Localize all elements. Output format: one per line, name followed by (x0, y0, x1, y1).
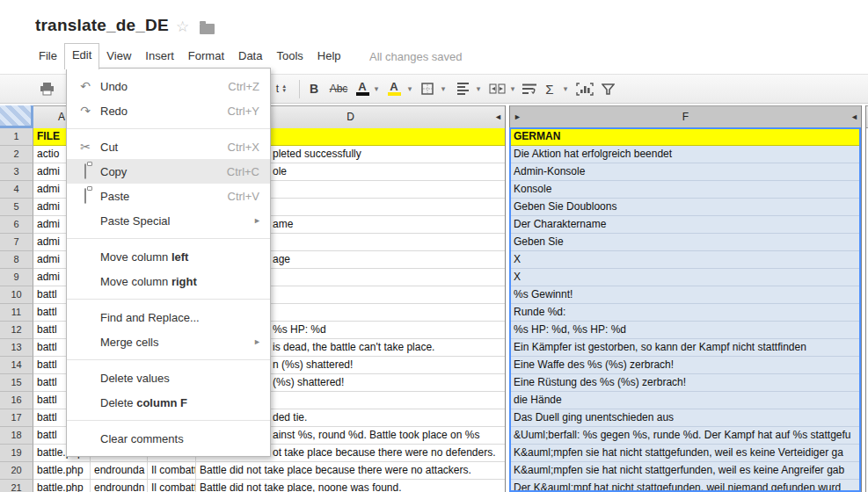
strikethrough-button[interactable]: Abc (325, 75, 352, 103)
row-header-18[interactable]: 18 (0, 427, 33, 445)
borders-dropdown[interactable]: ▾ (438, 75, 449, 103)
row-header-10[interactable]: 10 (0, 286, 33, 304)
cell-f20[interactable]: K&auml;mpfen sie hat nicht stattgerfunde… (510, 462, 862, 480)
cell-f16[interactable]: die Hände (510, 392, 862, 409)
row-header-1[interactable]: 1 (0, 128, 33, 146)
row-header-2[interactable]: 2 (0, 146, 33, 163)
menu-item-copy[interactable]: CopyCtrl+C (67, 159, 270, 184)
row-header-14[interactable]: 14 (0, 357, 33, 374)
hidden-column-left-arrow-icon[interactable]: ◄ (850, 112, 858, 121)
menubar-item-view[interactable]: View (99, 45, 138, 68)
print-button[interactable] (36, 75, 57, 103)
menu-item-delete-column-f[interactable]: Delete column F (67, 390, 270, 415)
menu-item-delete-values[interactable]: Delete values (67, 365, 270, 390)
row-header-20[interactable]: 20 (0, 462, 33, 480)
star-icon[interactable]: ☆ (176, 18, 189, 36)
fill-color-dropdown[interactable]: ▾ (405, 75, 415, 103)
menubar-item-edit[interactable]: Edit (64, 43, 99, 69)
cell-f5[interactable]: Geben Sie Doubloons (510, 199, 862, 216)
row-header-13[interactable]: 13 (0, 339, 33, 357)
menubar-item-insert[interactable]: Insert (138, 45, 181, 68)
cell-d21[interactable]: Battle did not take place, noone was fou… (196, 480, 506, 492)
filter-button[interactable] (598, 75, 617, 103)
cell-c21[interactable]: Il combatti (148, 480, 196, 492)
text-wrap-button[interactable] (519, 75, 540, 103)
align-dropdown[interactable]: ▾ (473, 75, 484, 103)
cell-a21[interactable]: battle.php (33, 480, 91, 492)
bold-button[interactable]: B (304, 75, 324, 103)
align-button[interactable] (454, 75, 471, 103)
cell-f10[interactable]: %s Gewinnt! (510, 286, 862, 304)
row-header-16[interactable]: 16 (0, 392, 33, 409)
borders-button[interactable] (419, 75, 436, 103)
row-header-5[interactable]: 5 (0, 199, 33, 216)
text-color-button[interactable]: A (354, 75, 371, 103)
row-header-6[interactable]: 6 (0, 216, 33, 234)
menu-item-move-column-right[interactable]: Move column right (67, 269, 270, 293)
cell-f14[interactable]: Eine Waffe des %s (%s) zerbrach! (510, 357, 862, 374)
document-title[interactable]: translate_de_DE (35, 16, 169, 35)
menubar-item-format[interactable]: Format (181, 45, 231, 68)
folder-icon[interactable] (200, 24, 215, 34)
functions-button[interactable]: Σ (542, 75, 558, 103)
menu-item-merge-cells[interactable]: Merge cells► (67, 329, 270, 354)
functions-dropdown[interactable]: ▾ (560, 75, 571, 103)
row-header-21[interactable]: 21 (0, 480, 33, 492)
row-header-15[interactable]: 15 (0, 374, 33, 392)
cell-a20[interactable]: battle.php (33, 462, 91, 480)
cell-f13[interactable]: Ein Kämpfer ist gestorben, so kann der K… (510, 339, 862, 357)
row-header-17[interactable]: 17 (0, 409, 33, 427)
menu-item-redo[interactable]: ↷RedoCtrl+Y (67, 98, 270, 123)
row-header-12[interactable]: 12 (0, 322, 33, 339)
hidden-column-right-arrow-icon[interactable]: ► (514, 112, 522, 121)
insert-chart-button[interactable] (573, 75, 596, 103)
select-all-corner[interactable] (0, 105, 33, 128)
merge-cells-button[interactable] (486, 75, 507, 103)
menubar-item-file[interactable]: File (32, 45, 64, 68)
cell-d20[interactable]: Battle did not take place because there … (196, 462, 506, 480)
column-header-f[interactable]: F (510, 106, 862, 128)
fill-color-button[interactable]: A (385, 75, 403, 103)
row-header-3[interactable]: 3 (0, 163, 33, 181)
menu-item-paste[interactable]: PasteCtrl+V (67, 184, 270, 208)
cell-f11[interactable]: Runde %d: (510, 304, 862, 322)
cell-f9[interactable]: X (510, 269, 862, 286)
cell-f7[interactable]: Geben Sie (510, 234, 862, 251)
text-color-dropdown[interactable]: ▾ (371, 75, 382, 103)
row-header-4[interactable]: 4 (0, 181, 33, 199)
cell-f3[interactable]: Admin-Konsole (510, 163, 862, 181)
menubar-item-data[interactable]: Data (231, 45, 269, 68)
cell-f15[interactable]: Eine Rüstung des %s (%s) zerbrach! (510, 374, 862, 392)
cell-f1[interactable]: GERMAN (510, 128, 862, 146)
menubar-item-tools[interactable]: Tools (269, 45, 310, 68)
cell-f21[interactable]: Der K&auml;mpf hat nicht stattgefunden, … (510, 480, 862, 492)
menu-item-clear-comments[interactable]: Clear comments (67, 426, 270, 451)
menu-item-cut[interactable]: ✂CutCtrl+X (67, 134, 270, 159)
cell-f2[interactable]: Die Aktion hat erfolgreich beendet (510, 146, 862, 163)
cell-f12[interactable]: %s HP: %d, %s HP: %d (510, 322, 862, 339)
row-header-11[interactable]: 11 (0, 304, 33, 322)
cell-f19[interactable]: K&auml;mpfen sie hat nicht stattgefunden… (510, 445, 862, 462)
row-header-7[interactable]: 7 (0, 234, 33, 251)
cell-b20[interactable]: endrounda (91, 462, 148, 480)
menubar-item-help[interactable]: Help (310, 45, 348, 68)
menu-item-label: Paste Special (100, 214, 171, 228)
cell-f18[interactable]: &Uuml;berfall: %s gegen %s, runde %d. De… (510, 427, 862, 445)
menu-item-undo[interactable]: ↶UndoCtrl+Z (67, 74, 270, 98)
merge-dropdown[interactable]: ▾ (507, 75, 518, 103)
cell-f6[interactable]: Der Charaktername (510, 216, 862, 234)
cell-c20[interactable]: Il combatti (148, 462, 196, 480)
row-header-8[interactable]: 8 (0, 251, 33, 269)
cell-f17[interactable]: Das Duell ging unentschieden aus (510, 409, 862, 427)
cell-f8[interactable]: X (510, 251, 862, 269)
row-header-9[interactable]: 9 (0, 269, 33, 286)
menu-item-move-column-left[interactable]: Move column left (67, 244, 270, 269)
font-size-stepper[interactable]: t ▲▼ (269, 75, 294, 103)
cell-f4[interactable]: Konsole (510, 181, 862, 199)
hidden-column-left-arrow-icon[interactable]: ◄ (494, 112, 502, 121)
cell-b21[interactable]: endroundn (91, 480, 148, 492)
menu-item-paste-special[interactable]: Paste Special► (67, 208, 270, 233)
row-header-19[interactable]: 19 (0, 445, 33, 462)
menu-item-find-and-replace[interactable]: Find and Replace... (67, 305, 270, 329)
save-status[interactable]: All changes saved (369, 50, 463, 63)
